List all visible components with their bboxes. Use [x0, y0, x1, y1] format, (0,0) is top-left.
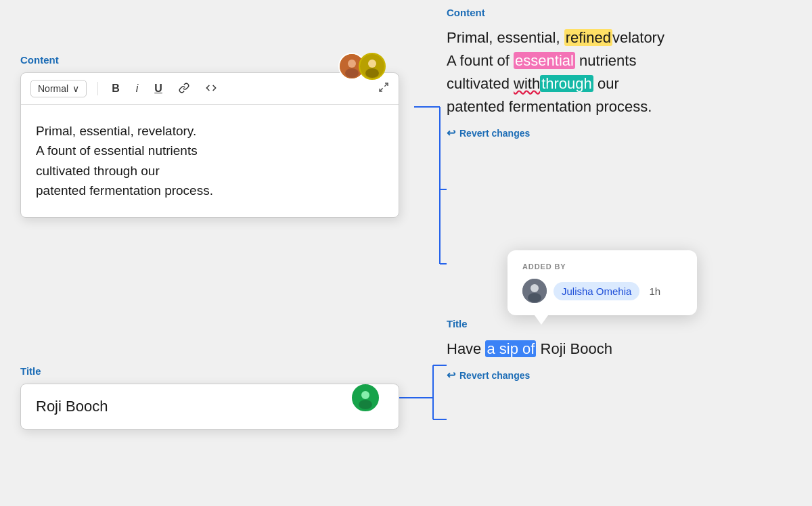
- diff-with-strikethrough: with: [514, 75, 540, 92]
- revert-title-button[interactable]: ↩ Revert changes: [447, 369, 530, 382]
- user-name-badge: Julisha Omehia: [554, 282, 639, 300]
- editor-box[interactable]: Normal ∨ B i U: [20, 72, 399, 218]
- svg-point-13: [345, 68, 359, 78]
- diff-line1-pre: Primal, essential,: [447, 29, 564, 46]
- svg-point-19: [359, 400, 372, 409]
- diff-line3-post: our: [593, 75, 619, 92]
- underline-button[interactable]: U: [152, 81, 165, 96]
- content-avatar-group: [338, 53, 386, 80]
- diff-line4: patented fermentation process.: [447, 98, 652, 115]
- diff-line2-post: nutrients: [575, 52, 637, 69]
- link-button[interactable]: [176, 81, 192, 97]
- svg-point-12: [348, 60, 356, 68]
- title-diff-panel: Title Have a sip of Roji Booch ↩ Revert …: [447, 318, 798, 382]
- diff-essential-highlight: essential: [514, 52, 575, 69]
- diff-refined-highlight: refined: [564, 29, 612, 46]
- svg-point-15: [368, 60, 376, 68]
- diff-line3-pre: cultivated: [447, 75, 514, 92]
- title-field-label: Title: [20, 365, 399, 377]
- svg-point-16: [365, 68, 379, 78]
- diff-content-label: Content: [447, 7, 798, 18]
- style-label: Normal: [38, 83, 68, 94]
- toolbar-divider-1: [97, 82, 98, 95]
- diff-title-label: Title: [447, 318, 798, 329]
- tooltip-user-avatar: [522, 279, 547, 303]
- title-editor-panel: Title Roji Booch: [20, 365, 399, 430]
- diff-title-post: Roji Booch: [536, 340, 612, 357]
- svg-point-21: [531, 284, 539, 292]
- revert-icon: ↩: [447, 127, 455, 139]
- svg-point-18: [361, 391, 369, 399]
- revert-content-label: Revert changes: [459, 128, 530, 139]
- diff-line1-post: velatory: [612, 29, 664, 46]
- revert-title-icon: ↩: [447, 369, 455, 382]
- tooltip-card: ADDED BY Julisha Omehia 1h: [508, 250, 697, 315]
- title-avatar: [352, 384, 379, 411]
- italic-button[interactable]: i: [133, 81, 141, 96]
- title-box[interactable]: Roji Booch: [20, 384, 399, 430]
- title-value: Roji Booch: [36, 398, 108, 415]
- revert-title-label: Revert changes: [459, 370, 530, 381]
- diff-content-text: Primal, essential, refinedvelatory A fou…: [447, 26, 798, 118]
- chevron-down-icon: ∨: [72, 83, 79, 94]
- tooltip-time: 1h: [649, 285, 660, 297]
- revert-content-button[interactable]: ↩ Revert changes: [447, 127, 530, 139]
- expand-button[interactable]: [378, 82, 389, 95]
- content-diff-panel: Content Primal, essential, refinedvelato…: [447, 7, 798, 139]
- added-by-label: ADDED BY: [522, 262, 682, 271]
- diff-title-text: Have a sip of Roji Booch: [447, 338, 798, 361]
- diff-through-highlight: through: [540, 75, 593, 92]
- style-select[interactable]: Normal ∨: [30, 80, 87, 97]
- code-button[interactable]: [203, 81, 219, 97]
- editor-content-area[interactable]: Primal, essential, revelatory. A fount o…: [21, 105, 399, 217]
- user-row: Julisha Omehia 1h: [522, 279, 682, 303]
- diff-title-pre: Have: [447, 340, 485, 357]
- avatar-user2: [359, 53, 386, 80]
- bold-button[interactable]: B: [109, 81, 122, 96]
- diff-title-highlight: a sip of: [485, 340, 536, 357]
- main-container: Content Normal ∨ B i U: [0, 0, 812, 506]
- diff-line2-pre: A fount of: [447, 52, 514, 69]
- svg-point-22: [528, 293, 541, 302]
